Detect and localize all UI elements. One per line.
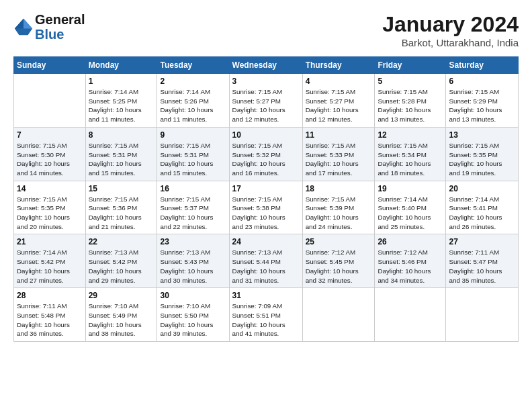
day-number: 10 <box>232 130 300 140</box>
calendar-cell: 10Sunrise: 7:15 AMSunset: 5:32 PMDayligh… <box>229 127 302 181</box>
day-info: Sunrise: 7:15 AMSunset: 5:32 PMDaylight:… <box>232 141 300 178</box>
header: General Blue January 2024 Barkot, Uttara… <box>13 12 519 48</box>
calendar-cell: 21Sunrise: 7:14 AMSunset: 5:42 PMDayligh… <box>14 234 86 288</box>
calendar-cell: 11Sunrise: 7:15 AMSunset: 5:33 PMDayligh… <box>302 127 375 181</box>
logo-icon <box>13 17 34 36</box>
calendar-cell: 19Sunrise: 7:14 AMSunset: 5:40 PMDayligh… <box>375 181 446 234</box>
calendar-cell: 20Sunrise: 7:14 AMSunset: 5:41 PMDayligh… <box>446 181 519 234</box>
calendar-cell: 24Sunrise: 7:13 AMSunset: 5:44 PMDayligh… <box>229 234 302 288</box>
calendar-table: SundayMondayTuesdayWednesdayThursdayFrid… <box>13 56 519 342</box>
day-number: 7 <box>17 130 83 140</box>
day-number: 8 <box>89 130 154 140</box>
title-block: January 2024 Barkot, Uttarakhand, India <box>382 12 519 48</box>
day-info: Sunrise: 7:15 AMSunset: 5:31 PMDaylight:… <box>89 141 154 178</box>
calendar-cell: 28Sunrise: 7:11 AMSunset: 5:48 PMDayligh… <box>14 288 86 342</box>
day-number: 1 <box>89 77 154 86</box>
logo: General Blue <box>13 12 85 42</box>
day-info: Sunrise: 7:11 AMSunset: 5:48 PMDaylight:… <box>17 302 83 338</box>
calendar-cell: 8Sunrise: 7:15 AMSunset: 5:31 PMDaylight… <box>85 127 157 181</box>
day-number: 20 <box>449 184 515 193</box>
day-number: 13 <box>449 130 515 140</box>
calendar-cell: 26Sunrise: 7:12 AMSunset: 5:46 PMDayligh… <box>375 234 446 288</box>
calendar-cell: 22Sunrise: 7:13 AMSunset: 5:42 PMDayligh… <box>85 234 157 288</box>
day-number: 27 <box>449 237 515 246</box>
day-info: Sunrise: 7:14 AMSunset: 5:25 PMDaylight:… <box>89 87 154 124</box>
day-number: 18 <box>306 184 372 193</box>
page: General Blue January 2024 Barkot, Uttara… <box>0 0 532 349</box>
calendar-cell: 12Sunrise: 7:15 AMSunset: 5:34 PMDayligh… <box>375 127 446 181</box>
header-cell-thursday: Thursday <box>302 57 375 74</box>
header-cell-monday: Monday <box>85 57 157 74</box>
calendar-cell <box>302 288 375 342</box>
header-row: SundayMondayTuesdayWednesdayThursdayFrid… <box>14 57 519 74</box>
day-info: Sunrise: 7:15 AMSunset: 5:35 PMDaylight:… <box>449 141 515 178</box>
week-row-2: 7Sunrise: 7:15 AMSunset: 5:30 PMDaylight… <box>14 127 519 181</box>
day-info: Sunrise: 7:14 AMSunset: 5:41 PMDaylight:… <box>449 195 515 232</box>
day-number: 5 <box>378 77 443 86</box>
day-info: Sunrise: 7:14 AMSunset: 5:40 PMDaylight:… <box>378 195 443 232</box>
day-number: 15 <box>89 184 154 193</box>
day-number: 25 <box>306 237 372 246</box>
calendar-cell: 25Sunrise: 7:12 AMSunset: 5:45 PMDayligh… <box>302 234 375 288</box>
header-cell-tuesday: Tuesday <box>157 57 229 74</box>
calendar-subtitle: Barkot, Uttarakhand, India <box>382 37 519 48</box>
day-info: Sunrise: 7:15 AMSunset: 5:31 PMDaylight:… <box>160 141 226 178</box>
day-number: 11 <box>306 130 372 140</box>
day-number: 22 <box>89 237 154 246</box>
day-info: Sunrise: 7:12 AMSunset: 5:46 PMDaylight:… <box>378 248 443 285</box>
day-info: Sunrise: 7:15 AMSunset: 5:30 PMDaylight:… <box>17 141 83 178</box>
day-info: Sunrise: 7:15 AMSunset: 5:37 PMDaylight:… <box>160 195 226 232</box>
svg-marker-1 <box>24 19 32 29</box>
calendar-cell: 7Sunrise: 7:15 AMSunset: 5:30 PMDaylight… <box>14 127 86 181</box>
calendar-cell: 29Sunrise: 7:10 AMSunset: 5:49 PMDayligh… <box>85 288 157 342</box>
day-info: Sunrise: 7:15 AMSunset: 5:27 PMDaylight:… <box>306 87 372 124</box>
day-info: Sunrise: 7:11 AMSunset: 5:47 PMDaylight:… <box>449 248 515 285</box>
header-cell-wednesday: Wednesday <box>229 57 302 74</box>
calendar-cell: 17Sunrise: 7:15 AMSunset: 5:38 PMDayligh… <box>229 181 302 234</box>
day-number: 19 <box>378 184 443 193</box>
day-info: Sunrise: 7:13 AMSunset: 5:42 PMDaylight:… <box>89 248 154 285</box>
week-row-4: 21Sunrise: 7:14 AMSunset: 5:42 PMDayligh… <box>14 234 519 288</box>
day-number: 4 <box>306 77 372 86</box>
day-info: Sunrise: 7:13 AMSunset: 5:44 PMDaylight:… <box>232 248 300 285</box>
calendar-cell: 16Sunrise: 7:15 AMSunset: 5:37 PMDayligh… <box>157 181 229 234</box>
calendar-cell: 4Sunrise: 7:15 AMSunset: 5:27 PMDaylight… <box>302 74 375 128</box>
day-number: 12 <box>378 130 443 140</box>
day-number: 31 <box>232 291 300 300</box>
header-cell-friday: Friday <box>375 57 446 74</box>
calendar-cell: 2Sunrise: 7:14 AMSunset: 5:26 PMDaylight… <box>157 74 229 128</box>
calendar-cell: 5Sunrise: 7:15 AMSunset: 5:28 PMDaylight… <box>375 74 446 128</box>
day-info: Sunrise: 7:13 AMSunset: 5:43 PMDaylight:… <box>160 248 226 285</box>
calendar-cell: 14Sunrise: 7:15 AMSunset: 5:35 PMDayligh… <box>14 181 86 234</box>
day-info: Sunrise: 7:14 AMSunset: 5:26 PMDaylight:… <box>160 87 226 124</box>
day-number: 23 <box>160 237 226 246</box>
day-info: Sunrise: 7:15 AMSunset: 5:27 PMDaylight:… <box>232 87 300 124</box>
week-row-1: 1Sunrise: 7:14 AMSunset: 5:25 PMDaylight… <box>14 74 519 128</box>
day-info: Sunrise: 7:12 AMSunset: 5:45 PMDaylight:… <box>306 248 372 285</box>
day-number: 14 <box>17 184 83 193</box>
day-number: 26 <box>378 237 443 246</box>
day-info: Sunrise: 7:15 AMSunset: 5:39 PMDaylight:… <box>306 195 372 232</box>
calendar-cell: 15Sunrise: 7:15 AMSunset: 5:36 PMDayligh… <box>85 181 157 234</box>
week-row-3: 14Sunrise: 7:15 AMSunset: 5:35 PMDayligh… <box>14 181 519 234</box>
logo-text: General Blue <box>35 12 85 42</box>
calendar-cell: 27Sunrise: 7:11 AMSunset: 5:47 PMDayligh… <box>446 234 519 288</box>
calendar-cell: 23Sunrise: 7:13 AMSunset: 5:43 PMDayligh… <box>157 234 229 288</box>
day-info: Sunrise: 7:15 AMSunset: 5:28 PMDaylight:… <box>378 87 443 124</box>
day-number: 21 <box>17 237 83 246</box>
calendar-cell: 13Sunrise: 7:15 AMSunset: 5:35 PMDayligh… <box>446 127 519 181</box>
header-cell-sunday: Sunday <box>14 57 86 74</box>
calendar-cell <box>14 74 86 128</box>
calendar-cell <box>375 288 446 342</box>
day-number: 2 <box>160 77 226 86</box>
day-info: Sunrise: 7:15 AMSunset: 5:34 PMDaylight:… <box>378 141 443 178</box>
day-number: 28 <box>17 291 83 300</box>
day-info: Sunrise: 7:10 AMSunset: 5:50 PMDaylight:… <box>160 302 226 338</box>
calendar-cell: 1Sunrise: 7:14 AMSunset: 5:25 PMDaylight… <box>85 74 157 128</box>
calendar-cell: 3Sunrise: 7:15 AMSunset: 5:27 PMDaylight… <box>229 74 302 128</box>
day-info: Sunrise: 7:15 AMSunset: 5:35 PMDaylight:… <box>17 195 83 232</box>
calendar-cell: 9Sunrise: 7:15 AMSunset: 5:31 PMDaylight… <box>157 127 229 181</box>
header-cell-saturday: Saturday <box>446 57 519 74</box>
day-number: 16 <box>160 184 226 193</box>
day-info: Sunrise: 7:15 AMSunset: 5:36 PMDaylight:… <box>89 195 154 232</box>
